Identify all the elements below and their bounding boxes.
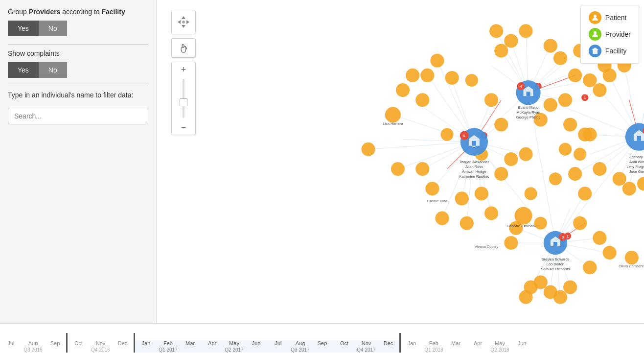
patient-nodes[interactable]: Daphne Emmanuel	[362, 24, 644, 304]
filter-label: Type in an individual's name to filter d…	[8, 91, 148, 99]
quarter-q1-2018: Q1 2018	[424, 347, 443, 353]
timeline[interactable]: Jul Aug Sep Q3 2016 Oct Nov Dec Q4 2016	[0, 323, 644, 355]
svg-point-94	[445, 71, 459, 85]
month-jun-2018: Jun	[511, 340, 533, 346]
svg-point-114	[637, 177, 644, 190]
svg-rect-204	[553, 242, 557, 246]
nav-controls: + −	[171, 10, 196, 135]
svg-point-117	[504, 152, 518, 166]
search-input[interactable]	[8, 108, 148, 124]
svg-point-115	[484, 93, 498, 107]
svg-text:Leo Dalton: Leo Dalton	[547, 262, 564, 266]
svg-rect-9	[594, 51, 596, 54]
svg-point-5	[594, 15, 597, 18]
svg-text:Antwan Hodge: Antwan Hodge	[462, 169, 486, 174]
legend-patient: Patient	[589, 11, 631, 24]
svg-marker-3	[186, 20, 189, 24]
svg-point-86	[396, 83, 410, 97]
network-graph[interactable]: Daphne Emmanuel 1 1 1 1 1	[157, 0, 644, 323]
svg-point-116	[494, 118, 508, 131]
facility-label: Facility	[605, 47, 627, 55]
zoom-out-button[interactable]: −	[171, 120, 196, 135]
svg-text:Allan Ross: Allan Ross	[465, 165, 483, 169]
svg-text:Jose Garcia: Jose Garcia	[629, 169, 644, 174]
svg-text:Samuiel Richards: Samuiel Richards	[541, 267, 570, 271]
svg-text:1: 1	[584, 96, 586, 99]
legend-facility: Facility	[589, 45, 631, 57]
svg-point-126	[593, 83, 606, 97]
group-no-button[interactable]: No	[39, 21, 67, 36]
main-container: Group Providers according to Facility Ye…	[0, 0, 644, 323]
svg-text:6: 6	[463, 134, 466, 138]
month-jun-2017: Jun	[245, 340, 267, 346]
svg-point-141	[593, 231, 606, 245]
complaints-toggle: Yes No	[8, 62, 148, 78]
svg-text:Braylen Edwards: Braylen Edwards	[541, 257, 569, 261]
svg-text:Olivia Camacho: Olivia Camacho	[619, 264, 644, 268]
month-aug-2016: Aug	[22, 340, 44, 346]
svg-point-138	[573, 216, 587, 230]
svg-point-6	[594, 31, 597, 34]
quarter-q3-2017: Q3 2017	[291, 347, 309, 353]
zoom-control: + −	[171, 62, 196, 135]
facility-icon	[589, 45, 601, 57]
svg-point-90	[391, 162, 405, 176]
group-title: Group Providers according to Facility	[8, 8, 148, 16]
svg-point-154	[559, 143, 572, 156]
svg-point-121	[544, 98, 557, 112]
month-mar-2017: Mar	[179, 340, 201, 346]
quarter-q4-2017: Q4 2017	[357, 347, 375, 353]
sidebar: Group Providers according to Facility Ye…	[0, 0, 157, 323]
month-apr-2018: Apr	[467, 340, 489, 346]
month-jul-2016: Jul	[0, 340, 22, 346]
svg-point-139	[578, 187, 592, 200]
svg-point-134	[475, 187, 488, 200]
svg-point-142	[602, 246, 616, 260]
zoom-handle[interactable]	[180, 98, 187, 106]
svg-point-100	[544, 39, 557, 52]
svg-line-16	[368, 142, 474, 149]
svg-point-125	[578, 128, 592, 142]
group-toggle: Yes No	[8, 21, 148, 36]
pan-control[interactable]	[171, 10, 196, 34]
quarter-q2-2017: Q2 2017	[225, 347, 243, 353]
zoom-track[interactable]	[183, 79, 184, 118]
svg-text:Zachary Liu: Zachary Liu	[629, 155, 644, 159]
complaints-yes-button[interactable]: Yes	[8, 62, 39, 78]
svg-point-151	[440, 128, 453, 141]
zoom-in-button[interactable]: +	[171, 62, 196, 77]
month-oct-2017: Oct	[333, 340, 355, 346]
svg-point-147	[553, 290, 567, 304]
month-mar-2018: Mar	[445, 340, 467, 346]
svg-point-89	[362, 142, 375, 156]
svg-marker-1	[182, 25, 185, 28]
month-apr-2017: Apr	[201, 340, 223, 346]
group-yes-button[interactable]: Yes	[8, 21, 39, 36]
divider-1	[8, 44, 148, 45]
month-dec-2016: Dec	[112, 340, 134, 346]
svg-marker-8	[592, 47, 598, 50]
complaints-no-button[interactable]: No	[39, 62, 67, 78]
svg-text:Vivana Cooley: Vivana Cooley	[475, 244, 499, 249]
svg-point-131	[435, 212, 449, 225]
svg-point-93	[430, 54, 444, 68]
legend-provider: Provider	[589, 28, 631, 41]
quarter-q2-2018: Q2 2018	[490, 347, 509, 353]
svg-point-145	[534, 275, 548, 289]
quarter-q4-2016: Q4 2016	[91, 347, 110, 353]
svg-point-130	[622, 182, 636, 195]
provider-icon	[589, 28, 601, 41]
month-sep-2016: Sep	[44, 340, 66, 346]
complaints-label: Show complaints	[8, 49, 148, 57]
month-may-2017: May	[223, 340, 245, 346]
svg-point-101	[553, 51, 567, 65]
svg-text:Charlie Kidd: Charlie Kidd	[427, 199, 447, 204]
svg-point-136	[504, 236, 518, 250]
svg-point-153	[549, 172, 562, 185]
provider-label: Provider	[605, 30, 631, 38]
svg-point-87	[415, 93, 429, 107]
hand-tool[interactable]	[171, 38, 196, 58]
svg-marker-0	[182, 16, 185, 19]
svg-point-123	[563, 118, 577, 131]
divider-2	[8, 86, 148, 86]
